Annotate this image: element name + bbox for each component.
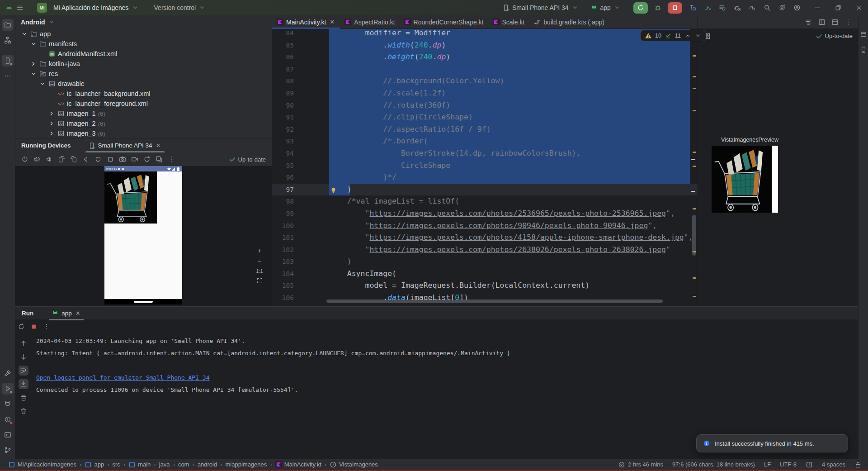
project-selector[interactable]: Mi Aplicación de Imágenes (51, 2, 142, 13)
rerun-icon[interactable] (18, 323, 25, 330)
trash-button[interactable] (19, 406, 28, 416)
power-button[interactable] (21, 156, 28, 163)
more-vertical-icon[interactable] (844, 19, 852, 26)
profiler-icon[interactable] (734, 4, 741, 11)
editor-tab[interactable]: RoundedCornerShape.kt (400, 15, 488, 29)
device-explorer-icon[interactable] (860, 46, 867, 53)
tree-item[interactable]: </>ic_launcher_background.xml (15, 89, 272, 99)
run-anything-icon[interactable]: A (704, 4, 711, 11)
editor-tab[interactable]: MainActivity.kt ✕ (272, 15, 340, 29)
chevron-right-icon[interactable] (48, 120, 55, 127)
tool-window-button-build[interactable] (2, 367, 14, 379)
breadcrumb-item[interactable]: MainActivity.kt (275, 461, 321, 468)
breadcrumb-item[interactable]: src (112, 461, 120, 468)
editor-layout-icon[interactable] (831, 19, 839, 26)
chevron-right-icon[interactable] (48, 130, 55, 137)
chevron-down-icon[interactable] (30, 70, 37, 77)
status-readonly-indicator[interactable] (806, 461, 813, 468)
breadcrumb-item[interactable]: main (128, 461, 151, 468)
split-editor-icon[interactable] (818, 19, 826, 26)
rerun-button[interactable] (633, 2, 648, 14)
chevron-right-icon[interactable] (30, 60, 37, 67)
tree-item[interactable]: imagen_2 (6) (15, 119, 272, 128)
tool-window-button-problems[interactable] (2, 414, 14, 425)
breadcrumb-item[interactable]: android (198, 461, 217, 468)
next-problem-icon[interactable] (694, 32, 702, 39)
editor-scrollbar[interactable] (691, 29, 698, 300)
sdk-manager-icon[interactable] (689, 4, 696, 11)
home-button[interactable] (94, 156, 102, 163)
soft-wrap-button[interactable] (19, 366, 28, 376)
close-icon[interactable] (855, 4, 863, 11)
status-encoding[interactable]: UTF-8 (780, 461, 797, 468)
project-view-selector[interactable]: Android (15, 15, 272, 29)
run-configuration-selector[interactable]: app (588, 2, 623, 13)
tool-window-button-terminal[interactable] (2, 429, 14, 441)
status-line-separator[interactable]: LF (764, 461, 771, 468)
intention-bulb-icon[interactable] (330, 186, 337, 195)
breadcrumb-item[interactable]: com (178, 461, 189, 468)
arrow-down-button[interactable] (19, 352, 28, 362)
close-icon[interactable]: ✕ (155, 142, 162, 149)
maximize-icon[interactable] (835, 4, 842, 11)
arrow-up-button[interactable] (19, 338, 28, 348)
run-tab[interactable]: app ✕ (47, 306, 85, 320)
chevron-down-icon[interactable] (30, 40, 37, 48)
chevron-down-icon[interactable] (39, 80, 46, 87)
tree-item[interactable]: manifests (15, 39, 272, 49)
emulator-screen[interactable]: 6:03 G (104, 166, 182, 304)
tree-item[interactable]: drawable (15, 79, 272, 89)
debug-button[interactable] (651, 2, 665, 14)
screen-record-button[interactable] (131, 156, 138, 163)
zoom-reset-button[interactable]: 1:1 (256, 268, 263, 274)
rotate-left-button[interactable] (58, 156, 65, 163)
tool-window-button-run[interactable] (2, 383, 14, 395)
tree-item[interactable]: MAndroidManifest.xml (15, 49, 272, 59)
device-selector[interactable]: Small Phone API 34 (500, 2, 581, 13)
more-vertical-button[interactable] (168, 156, 175, 163)
status-caret-position[interactable]: 97:6 (606 chars, 18 line breaks) (672, 461, 755, 468)
close-icon[interactable]: ✕ (75, 310, 81, 317)
tool-window-button-running-devices[interactable] (2, 55, 14, 67)
rotate-right-button[interactable] (70, 156, 77, 163)
tree-item[interactable]: imagen_1 (6) (15, 109, 272, 119)
fit-screen-button[interactable] (257, 278, 263, 284)
stop-button[interactable] (668, 2, 682, 14)
search-icon[interactable] (764, 4, 771, 11)
tool-window-button-project[interactable] (2, 19, 14, 31)
ai-assistant-icon[interactable] (749, 4, 756, 11)
notification-toast[interactable]: Install successfully finished in 415 ms. (696, 434, 848, 452)
breadcrumb-item[interactable]: java (159, 461, 170, 468)
printer-button[interactable] (19, 393, 28, 403)
editor-tab[interactable]: AspectRatio.kt (340, 15, 399, 29)
zoom-in-button[interactable]: + (258, 247, 262, 254)
restart-button[interactable] (143, 156, 151, 163)
close-icon[interactable]: ✕ (329, 19, 335, 25)
layout-capture-icon[interactable] (860, 31, 867, 38)
screenshot-button[interactable] (119, 156, 126, 163)
status-session-time[interactable]: 2 hrs 46 mins (618, 461, 663, 468)
logcat-link[interactable]: Open logcat panel for emulator Small Pho… (36, 374, 210, 381)
tool-window-button-structure[interactable] (2, 34, 14, 46)
preview-thumbnail[interactable] (712, 146, 778, 213)
tool-window-button-more-horizontal[interactable] (2, 70, 14, 82)
console-output[interactable]: 2024-04-03 12:03:49: Launching app on 'S… (36, 335, 847, 396)
more-icon[interactable] (43, 323, 50, 330)
tool-window-button-version-control[interactable] (2, 444, 14, 456)
main-menu-icon[interactable] (16, 4, 24, 11)
account-icon[interactable] (793, 4, 801, 11)
code-area[interactable]: 84 modifier = Modifier 85 .width(240.dp)… (272, 29, 698, 300)
inspection-widget[interactable]: 10 11 (640, 30, 706, 41)
build-sync-icon[interactable] (719, 4, 726, 11)
tree-item[interactable]: res (15, 69, 272, 79)
editor-hscrollbar[interactable] (326, 300, 663, 303)
breadcrumb-item[interactable]: app (85, 461, 104, 468)
tree-item[interactable]: kotlin+java (15, 59, 272, 69)
chevron-right-icon[interactable] (48, 110, 55, 117)
snapshot-button[interactable] (156, 156, 163, 163)
overview-button[interactable] (107, 156, 114, 163)
breadcrumb-item[interactable]: fVistaImagenes (330, 461, 378, 468)
editor-tab[interactable]: Scale.kt (488, 15, 529, 29)
stop-icon[interactable] (30, 323, 38, 330)
breadcrumb-item[interactable]: MiAplicacionImagenes (8, 461, 76, 468)
